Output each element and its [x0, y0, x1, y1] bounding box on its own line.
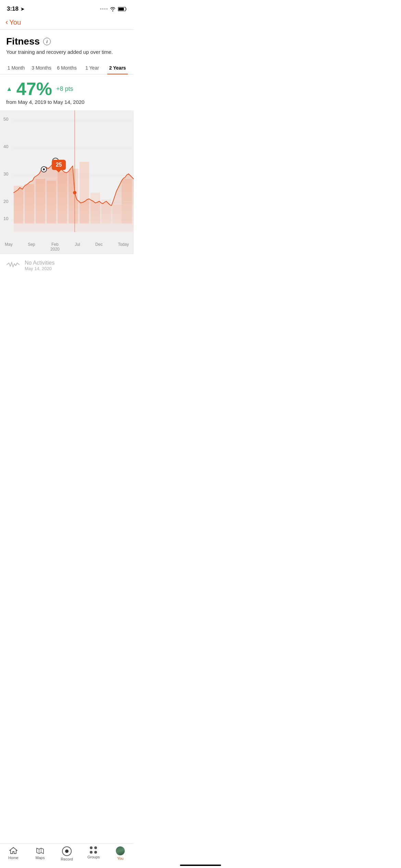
- tab-3months[interactable]: 3 Months: [29, 62, 54, 74]
- fitness-chart[interactable]: 50 40 30 20 10: [0, 110, 134, 241]
- y-label-50: 50: [3, 117, 8, 122]
- y-label-20: 20: [3, 199, 8, 204]
- fitness-pts: +8 pts: [56, 85, 73, 93]
- fitness-header: Fitness i Your training and recovery add…: [0, 30, 134, 58]
- svg-point-23: [73, 191, 76, 194]
- fitness-percent: 47%: [16, 80, 52, 98]
- stats-section: ▲ 47% +8 pts from May 4, 2019 to May 14,…: [0, 74, 134, 108]
- no-activities-section: No Activities May 14, 2020: [0, 254, 134, 277]
- x-label-today: Today: [118, 242, 129, 252]
- no-activities-date: May 14, 2020: [25, 266, 54, 271]
- wifi-icon: [110, 7, 116, 11]
- tab-6months[interactable]: 6 Months: [54, 62, 80, 74]
- fitness-title: Fitness: [6, 36, 40, 47]
- tab-1year[interactable]: 1 Year: [80, 62, 105, 74]
- x-label-jul: Jul: [75, 242, 80, 252]
- y-label-30: 30: [3, 171, 8, 177]
- time-range-tabs: 1 Month 3 Months 6 Months 1 Year 2 Years: [0, 58, 134, 74]
- back-chevron-icon: ‹: [5, 18, 8, 27]
- back-navigation[interactable]: ‹ You: [0, 15, 134, 29]
- back-label: You: [9, 19, 21, 26]
- chart-svg: [0, 110, 134, 241]
- chart-tooltip: 25: [52, 160, 66, 170]
- fitness-subtitle: Your training and recovery added up over…: [6, 49, 127, 55]
- svg-rect-1: [119, 8, 124, 10]
- no-activities-title: No Activities: [25, 260, 54, 266]
- info-icon[interactable]: i: [43, 38, 51, 45]
- trend-up-icon: ▲: [6, 85, 12, 93]
- status-icons: [100, 7, 127, 11]
- status-time: 3:18 ➤: [7, 5, 24, 12]
- x-label-feb: Feb 2020: [50, 242, 60, 252]
- x-label-sep: Sep: [28, 242, 35, 252]
- y-label-10: 10: [3, 216, 8, 221]
- chart-x-labels: May Sep Feb 2020 Jul Dec Today: [0, 241, 134, 254]
- tab-2years[interactable]: 2 Years: [105, 62, 130, 74]
- signal-icon: [100, 8, 108, 10]
- date-range: from May 4, 2019 to May 14, 2020: [6, 99, 127, 105]
- y-label-40: 40: [3, 144, 8, 149]
- x-label-dec: Dec: [95, 242, 102, 252]
- x-label-may: May: [5, 242, 13, 252]
- tab-1month[interactable]: 1 Month: [3, 62, 29, 74]
- activity-waveform-icon: [6, 260, 20, 271]
- battery-icon: [118, 7, 127, 11]
- svg-point-22: [43, 168, 45, 170]
- status-bar: 3:18 ➤: [0, 0, 134, 15]
